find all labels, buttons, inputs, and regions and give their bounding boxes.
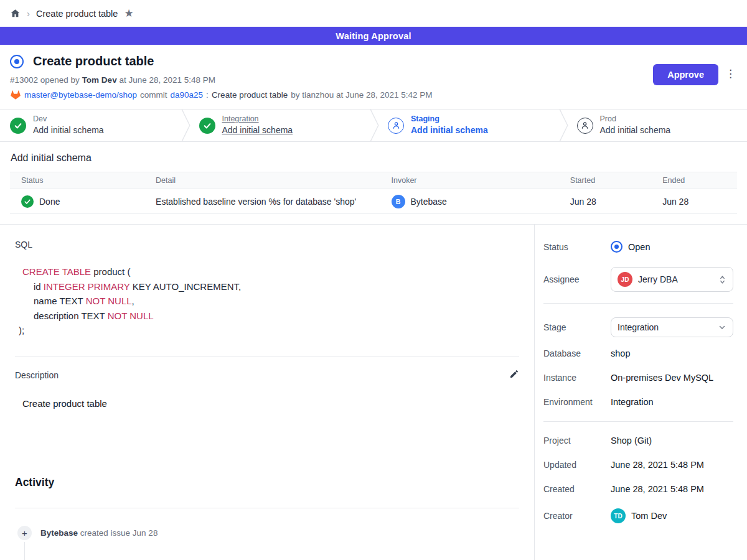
stage-task-label: Add initial schema	[33, 125, 104, 136]
status-label: Status	[543, 242, 611, 252]
status-banner-text: Waiting Approval	[336, 31, 411, 41]
col-invoker: Invoker	[380, 176, 559, 185]
stage-select[interactable]: Integration	[611, 317, 733, 337]
pipeline-stage-staging[interactable]: Staging Add initial schema	[380, 110, 558, 141]
commit-word: commit	[140, 90, 167, 100]
sql-text: name TEXT	[34, 296, 86, 306]
stage-label: Stage	[543, 322, 611, 332]
sql-label: SQL	[15, 240, 519, 250]
breadcrumb: › Create product table ★	[0, 0, 747, 27]
gitlab-icon	[10, 90, 21, 100]
activity-heading: Activity	[15, 476, 519, 489]
stage-task-label: Add initial schema	[222, 125, 293, 136]
main-content: SQL CREATE TABLE product ( id INTEGER PR…	[0, 224, 747, 560]
pipeline-stage-prod[interactable]: Prod Add initial schema	[570, 110, 747, 141]
sql-text: KEY AUTO_INCREMENT,	[129, 281, 241, 292]
stage-separator	[558, 110, 570, 141]
sql-text: product (	[91, 266, 130, 277]
issue-author: Tom Dev	[82, 75, 117, 85]
commit-info: master@bytebase-demo/shop commit da90a25…	[10, 90, 737, 100]
instance-value[interactable]: On-premises Dev MySQL	[611, 373, 733, 383]
task-invoker: Bytebase	[411, 197, 447, 207]
database-label: Database	[543, 348, 611, 358]
stage-separator	[369, 110, 380, 141]
issue-header: Create product table #13002 opened by To…	[0, 45, 747, 109]
creator-value: Tom Dev	[631, 511, 667, 521]
pipeline-stage-dev[interactable]: Dev Add initial schema	[0, 110, 181, 141]
assignee-label: Assignee	[543, 274, 611, 284]
stage-task-label: Add initial schema	[600, 125, 671, 136]
issue-title: Create product table	[33, 54, 154, 68]
breadcrumb-title[interactable]: Create product table	[36, 9, 118, 19]
status-value: Open	[628, 242, 650, 252]
stage-env-label: Prod	[600, 114, 671, 124]
task-status: Done	[39, 197, 60, 207]
timeline-line	[24, 542, 25, 560]
done-check-icon	[21, 195, 34, 208]
stage-value: Integration	[618, 322, 712, 332]
pipeline-stage-integration[interactable]: Integration Add initial schema	[192, 110, 370, 141]
table-row[interactable]: Done Established baseline version %s for…	[10, 189, 737, 214]
commit-hash-link[interactable]: da90a25	[171, 90, 204, 100]
assignee-value: Jerry DBA	[638, 274, 713, 284]
activity-item: + Bytebase created issue Jun 28	[15, 526, 519, 540]
up-down-chevron-icon	[718, 275, 726, 284]
edit-pencil-icon[interactable]	[509, 369, 519, 381]
left-panel: SQL CREATE TABLE product ( id INTEGER PR…	[0, 225, 534, 560]
sql-keyword: CREATE TABLE	[22, 266, 91, 277]
stage-pending-approval-icon	[388, 118, 404, 134]
stage-env-label: Dev	[33, 114, 104, 124]
col-started: Started	[559, 176, 651, 185]
task-table: Status Detail Invoker Started Ended Done…	[10, 172, 737, 214]
stage-task-label: Add initial schema	[411, 125, 488, 136]
col-detail: Detail	[144, 176, 380, 185]
down-chevron-icon	[718, 323, 726, 332]
commit-branch-link[interactable]: master@bytebase-demo/shop	[24, 90, 137, 100]
issue-opened-time: at June 28, 2021 5:48 PM	[119, 75, 215, 85]
sql-text: id	[34, 281, 44, 292]
project-value[interactable]: Shop (Git)	[611, 436, 733, 446]
commit-message: Create product table	[212, 90, 288, 100]
sql-keyword: INTEGER PRIMARY	[44, 281, 130, 292]
assignee-select[interactable]: JD Jerry DBA	[611, 267, 733, 292]
invoker-avatar: B	[392, 195, 405, 208]
activity-action: created issue Jun 28	[80, 528, 158, 538]
project-label: Project	[543, 436, 611, 446]
description-content[interactable]: Create product table	[15, 398, 519, 409]
environment-value[interactable]: Integration	[611, 397, 733, 407]
sql-text: );	[19, 325, 24, 335]
issue-id: #13002 opened by	[10, 75, 80, 85]
sql-code-block: CREATE TABLE product ( id INTEGER PRIMAR…	[15, 264, 519, 338]
updated-value: June 28, 2021 5:48 PM	[611, 460, 733, 470]
database-value[interactable]: shop	[611, 348, 733, 358]
activity-author: Bytebase	[40, 528, 78, 538]
task-detail: Established baseline version %s for data…	[156, 197, 356, 207]
star-icon[interactable]: ★	[124, 8, 133, 19]
created-label: Created	[543, 484, 611, 494]
sql-text: description TEXT	[34, 310, 108, 321]
stage-env-label: Integration	[222, 114, 293, 124]
pipeline: Dev Add initial schema Integration Add i…	[0, 109, 747, 142]
stage-pending-icon	[577, 118, 593, 134]
commit-author-time: by tianzhou at June 28, 2021 5:42 PM	[291, 90, 432, 100]
home-icon[interactable]	[10, 8, 21, 19]
approve-button[interactable]: Approve	[653, 64, 718, 85]
environment-label: Environment	[543, 397, 611, 407]
table-header: Status Detail Invoker Started Ended	[10, 172, 737, 189]
kebab-menu-icon[interactable]: ⋮	[725, 68, 736, 79]
task-heading: Add initial schema	[11, 152, 737, 164]
stage-done-icon	[10, 118, 26, 134]
status-banner: Waiting Approval	[0, 27, 747, 45]
col-status: Status	[10, 176, 144, 185]
open-status-icon	[611, 241, 622, 253]
sql-text: ,	[132, 296, 134, 306]
task-started: Jun 28	[570, 197, 596, 207]
stage-done-icon	[199, 118, 215, 134]
stage-env-label: Staging	[411, 114, 488, 124]
task-section: Add initial schema Status Detail Invoker…	[0, 142, 747, 224]
task-ended: Jun 28	[662, 197, 688, 207]
issue-open-icon	[10, 55, 24, 68]
assignee-avatar: JD	[618, 272, 632, 287]
updated-label: Updated	[543, 460, 611, 470]
instance-label: Instance	[543, 373, 611, 383]
